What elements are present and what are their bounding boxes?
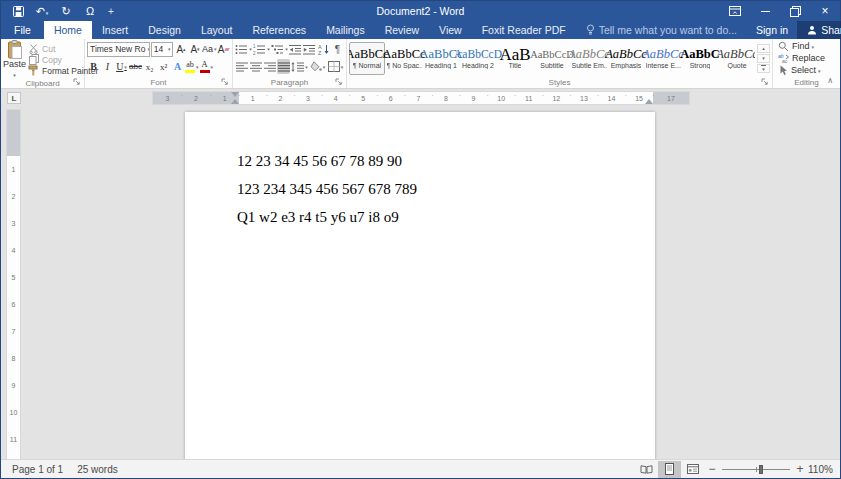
clipboard-group: Paste Cut Copy Format Painter (1, 39, 85, 88)
ribbon-tab[interactable]: Insert (92, 21, 138, 39)
style-gallery-item[interactable]: AaBbCc Emphasis (608, 42, 644, 75)
multilevel-list-button[interactable] (271, 42, 288, 57)
tell-me-box[interactable]: Tell me what you want to do... (576, 21, 747, 39)
highlight-color-button[interactable]: ab (185, 59, 199, 74)
strikethrough-button[interactable]: abc (129, 59, 142, 74)
zoom-level-indicator[interactable]: 110% (808, 464, 836, 475)
ribbon-tab[interactable]: Review (375, 21, 429, 39)
ribbon-tab[interactable]: Home (44, 21, 92, 39)
style-gallery-item[interactable]: AaBbC Strong (682, 42, 718, 75)
underline-button[interactable]: U (115, 59, 128, 74)
collapse-ribbon-button[interactable]: ∧ (827, 76, 833, 85)
style-gallery-item[interactable]: AaB Title (497, 42, 533, 75)
ruler-left-margin: 321 (153, 92, 239, 104)
italic-button[interactable]: I (101, 59, 114, 74)
paragraph-dialog-launcher-icon[interactable] (335, 78, 343, 86)
clear-formatting-button[interactable]: A (217, 42, 230, 57)
insert-symbol-button[interactable]: Ω (78, 1, 102, 21)
styles-scroll-down-button[interactable]: ▾ (757, 54, 770, 63)
hanging-indent-marker[interactable] (231, 99, 239, 104)
right-indent-marker[interactable] (645, 99, 653, 104)
sign-in-button[interactable]: Sign in (747, 21, 797, 39)
paste-button[interactable]: Paste (3, 40, 26, 79)
styles-dialog-launcher-icon[interactable] (761, 78, 769, 86)
numbering-button[interactable]: 12 (253, 42, 270, 57)
ribbon-tab[interactable]: Mailings (316, 21, 375, 39)
zoom-out-button[interactable]: − (704, 462, 720, 476)
ribbon-tab[interactable]: View (429, 21, 472, 39)
align-center-button[interactable] (249, 59, 262, 74)
line-spacing-button[interactable] (291, 59, 308, 74)
style-gallery-item[interactable]: AaBbCc Quote (719, 42, 755, 75)
numbering-icon: 12 (253, 44, 266, 55)
highlight-icon: ab (185, 61, 195, 73)
style-gallery-item[interactable]: AaBbCc Subtle Em... (571, 42, 607, 75)
clipboard-dialog-launcher-icon[interactable] (73, 78, 81, 86)
customize-qat-button[interactable]: + (102, 1, 120, 21)
styles-gallery-expand-button[interactable]: ▾ (757, 64, 770, 73)
close-button[interactable]: × (810, 1, 840, 21)
font-name-combobox[interactable]: Times New Ro (87, 42, 150, 57)
restore-button[interactable] (780, 1, 810, 21)
borders-button[interactable] (327, 59, 344, 74)
undo-button[interactable]: ↶ (30, 1, 54, 21)
page-count-indicator[interactable]: Page 1 of 1 (5, 464, 70, 475)
align-left-button[interactable] (235, 59, 248, 74)
copy-label: Copy (42, 55, 62, 65)
ribbon-tab[interactable]: Layout (191, 21, 243, 39)
sort-button[interactable]: AZ (317, 42, 330, 57)
ribbon-display-options-button[interactable] (720, 1, 750, 21)
font-size-combobox[interactable]: 14 (151, 42, 174, 57)
align-right-button[interactable] (263, 59, 276, 74)
grow-font-button[interactable]: A (174, 42, 187, 57)
zoom-slider-thumb[interactable] (759, 465, 763, 474)
grow-font-icon: A (176, 44, 183, 55)
ruler-number: 8 (432, 92, 460, 104)
tab-stop-selector[interactable]: L (7, 92, 21, 104)
font-color-button[interactable]: A (200, 59, 214, 74)
web-layout-button[interactable] (681, 461, 704, 478)
replace-button[interactable]: abac Replace (778, 52, 838, 64)
style-gallery-item[interactable]: AaBbCcD Subtitle (534, 42, 570, 75)
document-page[interactable]: 12 23 34 45 56 67 78 89 90123 234 345 45… (185, 112, 655, 459)
share-button[interactable]: Share (797, 21, 841, 39)
shading-button[interactable] (309, 59, 326, 74)
word-count-indicator[interactable]: 25 words (70, 464, 125, 475)
bold-button[interactable]: B (87, 59, 100, 74)
style-gallery-item[interactable]: AaBbCc ¶ Normal (349, 42, 385, 75)
read-mode-button[interactable] (635, 461, 658, 478)
save-button[interactable] (6, 1, 30, 21)
shrink-font-button[interactable]: A (188, 42, 201, 57)
superscript-button[interactable]: x² (157, 59, 170, 74)
style-gallery-item[interactable]: AaBbCc Intense E... (645, 42, 681, 75)
redo-button[interactable]: ↻ (54, 1, 78, 21)
tab-file[interactable]: File (1, 21, 44, 39)
increase-indent-button[interactable] (303, 42, 316, 57)
style-name: ¶ No Spac... (387, 62, 422, 69)
align-left-icon (236, 62, 248, 72)
style-preview: AaBbCc (642, 47, 684, 62)
first-line-indent-marker[interactable] (231, 92, 239, 97)
zoom-slider[interactable] (722, 464, 790, 475)
decrease-indent-button[interactable] (289, 42, 302, 57)
find-label: Find (792, 41, 814, 51)
ribbon-tab[interactable]: Foxit Reader PDF (472, 21, 576, 39)
bullets-button[interactable] (235, 42, 252, 57)
show-hide-paragraph-button[interactable]: ¶ (331, 42, 344, 57)
print-layout-button[interactable] (658, 461, 681, 478)
text-effects-button[interactable]: A (171, 59, 184, 74)
style-gallery-item[interactable]: AaBbCc ¶ No Spac... (386, 42, 422, 75)
styles-scroll-up-button[interactable]: ▴ (757, 44, 770, 53)
style-gallery-item[interactable]: AaBbCcD Heading 2 (460, 42, 496, 75)
ribbon-tab[interactable]: Design (138, 21, 191, 39)
justify-button[interactable] (277, 59, 290, 74)
subscript-button[interactable]: x₂ (143, 59, 156, 74)
ribbon-tab[interactable]: References (242, 21, 316, 39)
select-button[interactable]: Select (778, 64, 838, 76)
change-case-button[interactable]: Aa (202, 42, 216, 57)
ribbon-tabs: Home Insert Design Layout References Mai… (44, 21, 576, 39)
zoom-in-button[interactable]: + (792, 462, 808, 476)
font-dialog-launcher-icon[interactable] (221, 78, 229, 86)
find-button[interactable]: Find (778, 40, 838, 52)
minimize-button[interactable] (750, 1, 780, 21)
